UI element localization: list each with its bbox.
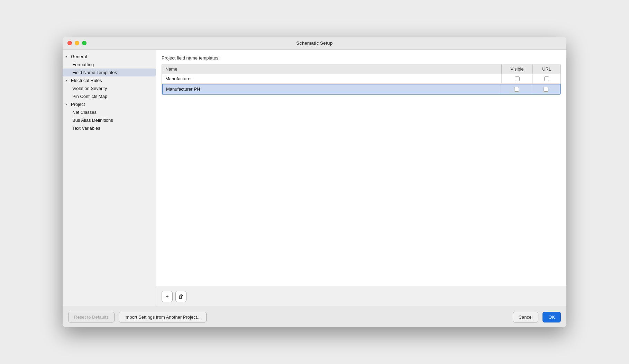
titlebar: Schematic Setup	[63, 37, 566, 50]
sidebar-group-project-label: Project	[71, 102, 85, 107]
sidebar-group-electrical-rules-label: Electrical Rules	[71, 78, 102, 83]
sidebar-item-field-name-templates[interactable]: Field Name Templates	[63, 69, 156, 76]
sidebar-item-bus-alias-definitions[interactable]: Bus Alias Definitions	[63, 116, 156, 124]
trash-icon: 🗑	[178, 293, 184, 300]
maximize-button[interactable]	[82, 41, 86, 45]
table-header-name: Name	[162, 64, 502, 74]
field-templates-table: Name Visible URL Manufacturer	[162, 64, 561, 95]
sidebar-item-text-variables[interactable]: Text Variables	[63, 124, 156, 132]
sidebar-group-general-label: General	[71, 54, 87, 59]
delete-row-button[interactable]: 🗑	[175, 291, 186, 302]
checkbox-manufacturer-pn-visible[interactable]	[514, 87, 519, 92]
table-cell-manufacturer-visible[interactable]	[502, 74, 533, 83]
table-header: Name Visible URL	[162, 64, 560, 74]
main-panel: Project field name templates: Name Visib…	[156, 50, 566, 307]
table-row[interactable]: Manufacturer	[162, 74, 560, 84]
table-cell-manufacturer-name: Manufacturer	[162, 74, 502, 83]
chevron-down-icon: ▾	[65, 55, 70, 58]
sidebar-item-violation-severity[interactable]: Violation Severity	[63, 84, 156, 92]
sidebar-item-net-classes-label: Net Classes	[72, 110, 97, 115]
sidebar-item-formatting-label: Formatting	[72, 62, 94, 67]
import-settings-button[interactable]: Import Settings from Another Project...	[119, 312, 207, 322]
window-title: Schematic Setup	[297, 40, 333, 46]
checkbox-manufacturer-visible[interactable]	[515, 76, 520, 81]
traffic-lights	[67, 41, 86, 45]
minimize-button[interactable]	[75, 41, 79, 45]
ok-button[interactable]: OK	[543, 312, 561, 322]
sidebar-item-bus-alias-definitions-label: Bus Alias Definitions	[72, 118, 113, 123]
add-row-button[interactable]: +	[162, 291, 173, 302]
sidebar-item-violation-severity-label: Violation Severity	[72, 86, 107, 91]
table-header-visible: Visible	[502, 64, 533, 74]
sidebar: ▾ General Formatting Field Name Template…	[63, 50, 156, 307]
table-header-url: URL	[533, 64, 560, 74]
plus-icon: +	[165, 293, 168, 300]
close-button[interactable]	[67, 41, 72, 45]
table-cell-manufacturer-pn-url[interactable]	[532, 85, 560, 94]
sidebar-item-field-name-templates-label: Field Name Templates	[72, 70, 117, 75]
checkbox-manufacturer-pn-url[interactable]	[544, 87, 548, 92]
bottom-bar: Reset to Defaults Import Settings from A…	[63, 307, 566, 327]
sidebar-item-net-classes[interactable]: Net Classes	[63, 108, 156, 116]
chevron-down-icon-2: ▾	[65, 79, 70, 82]
sidebar-group-electrical-rules[interactable]: ▾ Electrical Rules	[63, 76, 156, 84]
chevron-down-icon-3: ▾	[65, 102, 70, 106]
sidebar-item-text-variables-label: Text Variables	[72, 126, 100, 131]
table-cell-manufacturer-url[interactable]	[533, 74, 560, 83]
sidebar-item-pin-conflicts-map[interactable]: Pin Conflicts Map	[63, 92, 156, 100]
reset-to-defaults-button[interactable]: Reset to Defaults	[68, 312, 115, 322]
table-cell-manufacturer-pn-name: Manufacturer PN	[163, 84, 501, 94]
main-content: Project field name templates: Name Visib…	[156, 50, 566, 286]
sidebar-group-general[interactable]: ▾ General	[63, 53, 156, 61]
cancel-button[interactable]: Cancel	[513, 312, 538, 322]
sidebar-group-project[interactable]: ▾ Project	[63, 100, 156, 108]
table-cell-manufacturer-pn-visible[interactable]	[501, 85, 532, 94]
content-area: ▾ General Formatting Field Name Template…	[63, 50, 566, 307]
table-row[interactable]: Manufacturer PN	[162, 84, 560, 94]
section-title: Project field name templates:	[162, 55, 561, 61]
table-toolbar: + 🗑	[156, 286, 566, 307]
checkbox-manufacturer-url[interactable]	[544, 76, 549, 81]
sidebar-item-formatting[interactable]: Formatting	[63, 61, 156, 69]
sidebar-item-pin-conflicts-map-label: Pin Conflicts Map	[72, 94, 107, 99]
main-window: Schematic Setup ▾ General Formatting Fie…	[63, 37, 566, 327]
